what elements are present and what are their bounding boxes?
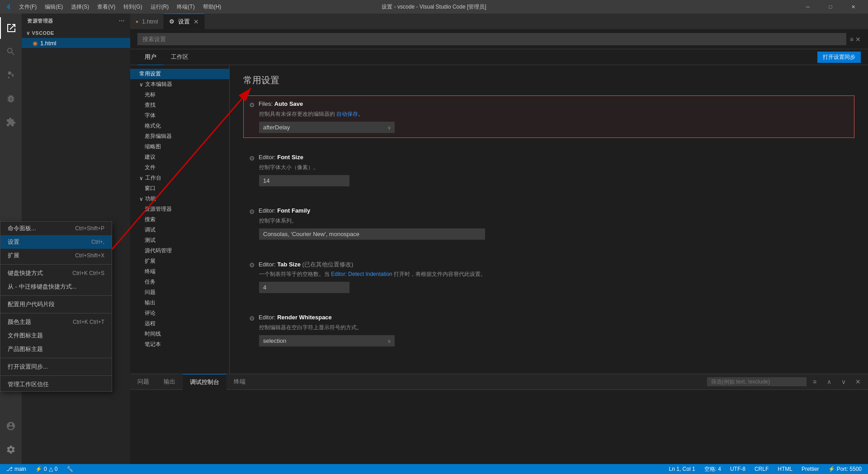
settings-nav: 常用设置 ∨ 文本编辑器 光标 查找 字体 格式化 差异编辑器 缩略图 建议 文…	[130, 65, 230, 374]
tree-root-chevron-icon: ∨	[26, 30, 30, 36]
activity-manage[interactable]	[0, 439, 22, 460]
panel-tab-output[interactable]: 输出	[156, 374, 183, 390]
sidebar-actions[interactable]: ···	[119, 17, 125, 24]
settings-sync-button[interactable]: 打开设置同步	[817, 52, 861, 63]
settings-nav-files[interactable]: 文件	[130, 162, 229, 173]
panel-expand-icon[interactable]: ∨	[837, 375, 850, 388]
setting-gear-icon-tabsize[interactable]: ⚙	[249, 261, 255, 269]
setting-gear-icon-fontfamily[interactable]: ⚙	[249, 208, 255, 215]
autosave-select[interactable]: off afterDelay onFocusChange onWindowCha…	[259, 122, 395, 133]
status-errors[interactable]: ⚡ 0 △ 0	[33, 464, 59, 474]
panel-menu-icon[interactable]: ≡	[808, 375, 821, 388]
activity-account[interactable]	[0, 415, 22, 437]
settings-nav-comments[interactable]: 评论	[130, 308, 229, 318]
autosave-link[interactable]: 自动保存	[336, 111, 358, 117]
setting-gear-icon-whitespace[interactable]: ⚙	[249, 315, 255, 322]
settings-search-input[interactable]	[137, 33, 846, 45]
settings-nav-features[interactable]: ∨ 功能	[130, 194, 229, 204]
panel-tab-debug-console[interactable]: 调试控制台	[183, 374, 226, 390]
settings-nav-extensions-nav[interactable]: 扩展	[130, 256, 229, 266]
setting-gear-icon-fontsize[interactable]: ⚙	[249, 155, 255, 162]
settings-nav-timeline[interactable]: 时间线	[130, 329, 229, 339]
settings-nav-workbench[interactable]: ∨ 工作台	[130, 173, 229, 183]
panel-tab-problems[interactable]: 问题	[130, 374, 156, 390]
status-branch[interactable]: ⎇ main	[5, 464, 28, 474]
activity-source-control[interactable]	[0, 64, 22, 86]
settings-nav-cursor[interactable]: 光标	[130, 90, 229, 100]
settings-nav-window[interactable]: 窗口	[130, 183, 229, 194]
window-title: 设置 - vscode - Visual Studio Code [管理员]	[382, 3, 486, 11]
settings-nav-diff[interactable]: 差异编辑器	[130, 131, 229, 142]
close-button[interactable]: ✕	[843, 0, 863, 14]
activity-explorer[interactable]	[0, 17, 22, 39]
panel-close-icon[interactable]: ✕	[852, 375, 864, 388]
warning-icon: △	[49, 466, 53, 472]
settings-nav-text-editor[interactable]: ∨ 文本编辑器	[130, 79, 229, 90]
status-tools[interactable]: 🔧	[65, 464, 75, 474]
settings-nav-output[interactable]: 输出	[130, 298, 229, 308]
settings-filter-icon[interactable]: ≡	[850, 36, 854, 43]
setting-gear-icon-autosave[interactable]: ⚙	[249, 101, 255, 109]
panel-collapse-icon[interactable]: ∧	[823, 375, 835, 388]
menu-view[interactable]: 查看(V)	[94, 1, 119, 13]
tab-settings-icon: ⚙	[169, 18, 175, 25]
settings-nav-search[interactable]: 搜索	[130, 214, 229, 225]
settings-nav-debug[interactable]: 调试	[130, 225, 229, 235]
whitespace-select[interactable]: none boundary selection trailing all	[259, 335, 395, 346]
settings-clear-icon[interactable]: ✕	[855, 36, 861, 43]
fontsize-input[interactable]	[259, 175, 349, 186]
menu-goto[interactable]: 转到(G)	[120, 1, 146, 13]
setting-item-header-fontfamily: ⚙ Editor: Font Family	[249, 207, 849, 215]
settings-nav-notebook[interactable]: 笔记本	[130, 339, 229, 350]
menu-edit[interactable]: 编辑(E)	[41, 1, 66, 13]
tabsize-input[interactable]	[259, 282, 349, 293]
menu-terminal[interactable]: 终端(T)	[173, 1, 198, 13]
settings-nav-find[interactable]: 查找	[130, 100, 229, 110]
setting-control-fontsize	[249, 175, 849, 186]
maximize-button[interactable]: □	[820, 0, 841, 14]
panel-tab-terminal[interactable]: 终端	[226, 374, 253, 390]
settings-tab-workspace[interactable]: 工作区	[164, 49, 196, 65]
detect-indentation-link[interactable]: Editor: Detect Indentation	[331, 271, 392, 277]
settings-tab-user[interactable]: 用户	[137, 49, 164, 65]
status-position[interactable]: Ln 1, Col 1	[667, 464, 697, 474]
panel-filter-input[interactable]	[707, 377, 807, 386]
setting-item-header-autosave: ⚙ Files: Auto Save	[249, 100, 849, 109]
status-formatter[interactable]: Prettier	[800, 464, 821, 474]
activity-search[interactable]	[0, 41, 22, 62]
settings-nav-common[interactable]: 常用设置	[130, 69, 229, 79]
settings-nav-explorer[interactable]: 资源管理器	[130, 204, 229, 214]
settings-nav-minimap[interactable]: 缩略图	[130, 142, 229, 152]
minimize-button[interactable]: ─	[797, 0, 818, 14]
tab-html[interactable]: ● 1.html	[130, 14, 164, 29]
menu-run[interactable]: 运行(R)	[147, 1, 173, 13]
fontfamily-input[interactable]	[259, 228, 485, 240]
activity-debug[interactable]	[0, 88, 22, 109]
settings-nav-suggest[interactable]: 建议	[130, 152, 229, 162]
status-encoding-label: UTF-8	[730, 466, 745, 472]
sidebar-item-html[interactable]: ◉ 1.html	[22, 38, 130, 48]
settings-nav-remote[interactable]: 远程	[130, 318, 229, 329]
menu-help[interactable]: 帮助(H)	[199, 1, 225, 13]
settings-nav-format[interactable]: 格式化	[130, 121, 229, 131]
settings-nav-testing[interactable]: 测试	[130, 235, 229, 246]
status-language[interactable]: HTML	[776, 464, 794, 474]
menu-file[interactable]: 文件(F)	[15, 1, 40, 13]
tree-root-label: VSCODE	[32, 30, 54, 36]
setting-title-whitespace: Editor: Render Whitespace	[259, 314, 332, 321]
settings-nav-terminal[interactable]: 终端	[130, 266, 229, 277]
settings-tabs-row: 用户 工作区 打开设置同步	[130, 49, 868, 65]
tab-close-icon[interactable]: ✕	[193, 18, 199, 25]
settings-nav-problems[interactable]: 问题	[130, 287, 229, 298]
activity-extensions[interactable]	[0, 111, 22, 133]
status-encoding[interactable]: UTF-8	[728, 464, 747, 474]
status-spaces[interactable]: 空格: 4	[703, 464, 723, 474]
settings-nav-tasks[interactable]: 任务	[130, 277, 229, 287]
status-eol[interactable]: CRLF	[753, 464, 770, 474]
status-port[interactable]: ⚡ Port: 5500	[826, 464, 863, 474]
menu-select[interactable]: 选择(S)	[67, 1, 93, 13]
settings-nav-scm[interactable]: 源代码管理	[130, 246, 229, 256]
setting-desc-tabsize: 一个制表符等于的空格数。当 Editor: Detect Indentation…	[249, 270, 849, 278]
tab-settings[interactable]: ⚙ 设置 ✕	[164, 14, 205, 29]
settings-nav-font[interactable]: 字体	[130, 110, 229, 121]
